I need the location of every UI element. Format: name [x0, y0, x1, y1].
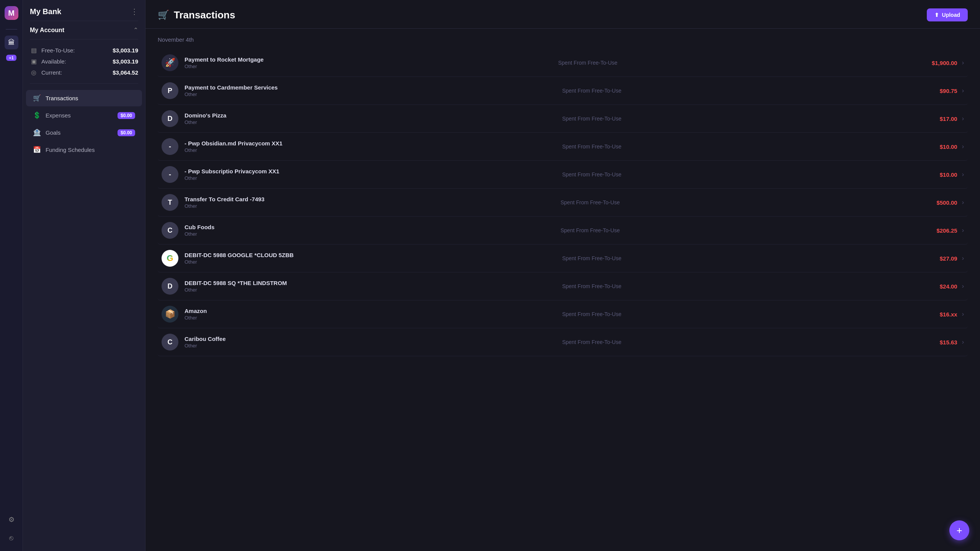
transaction-row[interactable]: D DEBIT-DC 5988 SQ *THE LINDSTROM Other … [158, 272, 968, 300]
sidebar-top-divider [30, 21, 138, 21]
transaction-amount: $24.00 [940, 283, 957, 290]
transaction-amount: $1,900.00 [932, 60, 957, 66]
balance-label: Free-To-Use: [41, 47, 109, 54]
transaction-name: Amazon [185, 308, 554, 314]
transaction-avatar: D [162, 110, 178, 127]
transaction-chevron-icon: › [962, 227, 964, 234]
balance-value: $3,003.19 [113, 47, 138, 54]
transaction-category: Other [185, 147, 554, 153]
icon-rail: M 🏛 +1 ⚙ ⎋ [0, 0, 23, 551]
account-selector[interactable]: My Account ⌃ [23, 26, 145, 39]
nav-item-transactions[interactable]: 🛒 Transactions [26, 90, 142, 106]
add-fab[interactable]: + [949, 520, 969, 540]
balance-row: ▤ Free-To-Use: $3,003.19 [23, 45, 145, 56]
transaction-name: DEBIT-DC 5988 SQ *THE LINDSTROM [185, 280, 554, 286]
rail-divider [6, 29, 17, 29]
transaction-bucket: Spent From Free-To-Use [554, 116, 939, 122]
transaction-row[interactable]: - - Pwp Subscriptio Privacycom XX1 Other… [158, 161, 968, 189]
transaction-row[interactable]: 🚀 Payment to Rocket Mortgage Other Spent… [158, 49, 968, 77]
main-title-row: 🛒 Transactions [158, 9, 235, 21]
transaction-chevron-icon: › [962, 199, 964, 206]
avatar-letter: P [168, 87, 172, 95]
transaction-bucket: Spent From Free-To-Use [553, 227, 936, 233]
nav-badge-goals: $0.00 [118, 129, 135, 136]
transaction-chevron-icon: › [962, 143, 964, 150]
balance-icon: ◎ [30, 69, 38, 76]
balance-section-divider [30, 83, 138, 84]
balance-label: Current: [41, 69, 109, 76]
transaction-info: Transfer To Credit Card -7493 Other [185, 196, 553, 209]
transaction-chevron-icon: › [962, 59, 964, 66]
transaction-amount: $90.75 [940, 88, 957, 94]
transaction-bucket: Spent From Free-To-Use [554, 311, 939, 317]
transaction-bucket: Spent From Free-To-Use [554, 88, 939, 94]
main-content: 🛒 Transactions ⬆ Upload November 4th 🚀 P… [145, 0, 980, 551]
transaction-category: Other [185, 64, 550, 69]
transaction-name: Payment to Rocket Mortgage [185, 56, 550, 63]
balance-label: Available: [41, 58, 109, 65]
transaction-info: - Pwp Subscriptio Privacycom XX1 Other [185, 168, 554, 181]
transaction-category: Other [185, 287, 554, 293]
transaction-info: - Pwp Obsidian.md Privacycom XX1 Other [185, 140, 554, 153]
sidebar-more-button[interactable]: ⋮ [131, 7, 138, 16]
transaction-amount: $500.00 [936, 199, 957, 206]
transaction-row[interactable]: C Caribou Coffee Other Spent From Free-T… [158, 328, 968, 356]
main-header: 🛒 Transactions ⬆ Upload [145, 0, 980, 29]
transaction-amount: $10.00 [940, 143, 957, 150]
transaction-name: DEBIT-DC 5988 GOOGLE *CLOUD 5ZBB [185, 252, 554, 258]
transaction-row[interactable]: - - Pwp Obsidian.md Privacycom XX1 Other… [158, 133, 968, 161]
transaction-info: Domino's Pizza Other [185, 112, 554, 125]
transaction-info: DEBIT-DC 5988 GOOGLE *CLOUD 5ZBB Other [185, 252, 554, 265]
transaction-list: 🚀 Payment to Rocket Mortgage Other Spent… [158, 49, 968, 356]
nav-badge-expenses: $0.00 [118, 112, 135, 119]
transaction-info: Payment to Cardmember Services Other [185, 84, 554, 97]
rail-bank-icon[interactable]: 🏛 [5, 36, 18, 49]
transaction-info: Amazon Other [185, 308, 554, 321]
nav-icon-transactions: 🛒 [33, 94, 41, 102]
nav-item-goals[interactable]: 🏦 Goals $0.00 [26, 124, 142, 141]
transaction-category: Other [185, 259, 554, 265]
transaction-chevron-icon: › [962, 171, 964, 178]
transaction-category: Other [185, 203, 553, 209]
transaction-chevron-icon: › [962, 283, 964, 290]
transaction-row[interactable]: C Cub Foods Other Spent From Free-To-Use… [158, 217, 968, 245]
transaction-bucket: Spent From Free-To-Use [553, 199, 936, 205]
transaction-row[interactable]: P Payment to Cardmember Services Other S… [158, 77, 968, 105]
rail-badge: +1 [6, 55, 16, 61]
transaction-row[interactable]: 📦 Amazon Other Spent From Free-To-Use $1… [158, 300, 968, 328]
nav-icon-funding: 📅 [33, 146, 41, 154]
balance-value: $3,064.52 [113, 69, 138, 76]
nav-item-expenses[interactable]: 💲 Expenses $0.00 [26, 107, 142, 124]
transaction-bucket: Spent From Free-To-Use [554, 339, 939, 345]
transaction-chevron-icon: › [962, 339, 964, 346]
nav-label-expenses: Expenses [46, 112, 71, 119]
account-chevron-icon: ⌃ [133, 26, 138, 34]
rail-logout-icon[interactable]: ⎋ [5, 531, 18, 545]
rail-settings-icon[interactable]: ⚙ [5, 513, 18, 527]
nav-item-funding[interactable]: 📅 Funding Schedules [26, 142, 142, 158]
upload-button[interactable]: ⬆ Upload [927, 8, 968, 21]
transaction-row[interactable]: G DEBIT-DC 5988 GOOGLE *CLOUD 5ZBB Other… [158, 245, 968, 272]
upload-label: Upload [942, 12, 960, 18]
transaction-row[interactable]: T Transfer To Credit Card -7493 Other Sp… [158, 189, 968, 217]
transaction-avatar: P [162, 82, 178, 99]
transaction-chevron-icon: › [962, 115, 964, 122]
transaction-amount: $15.63 [940, 339, 957, 346]
transaction-info: Caribou Coffee Other [185, 336, 554, 349]
nav-icon-expenses: 💲 [33, 111, 41, 119]
transaction-avatar: G [162, 250, 178, 267]
sidebar-header: My Bank ⋮ [23, 7, 145, 21]
sidebar-title: My Bank [30, 7, 61, 16]
app-logo[interactable]: M [5, 6, 18, 20]
avatar-letter: C [168, 227, 173, 235]
nav-label-goals: Goals [46, 129, 60, 136]
transaction-bucket: Spent From Free-To-Use [550, 60, 932, 66]
avatar-letter: - [169, 143, 171, 151]
transactions-icon: 🛒 [158, 10, 169, 20]
transactions-body: November 4th 🚀 Payment to Rocket Mortgag… [145, 29, 980, 551]
transaction-row[interactable]: D Domino's Pizza Other Spent From Free-T… [158, 105, 968, 133]
transaction-chevron-icon: › [962, 87, 964, 94]
transaction-chevron-icon: › [962, 311, 964, 318]
transaction-amount: $206.25 [936, 227, 957, 234]
avatar-letter: D [168, 282, 173, 290]
